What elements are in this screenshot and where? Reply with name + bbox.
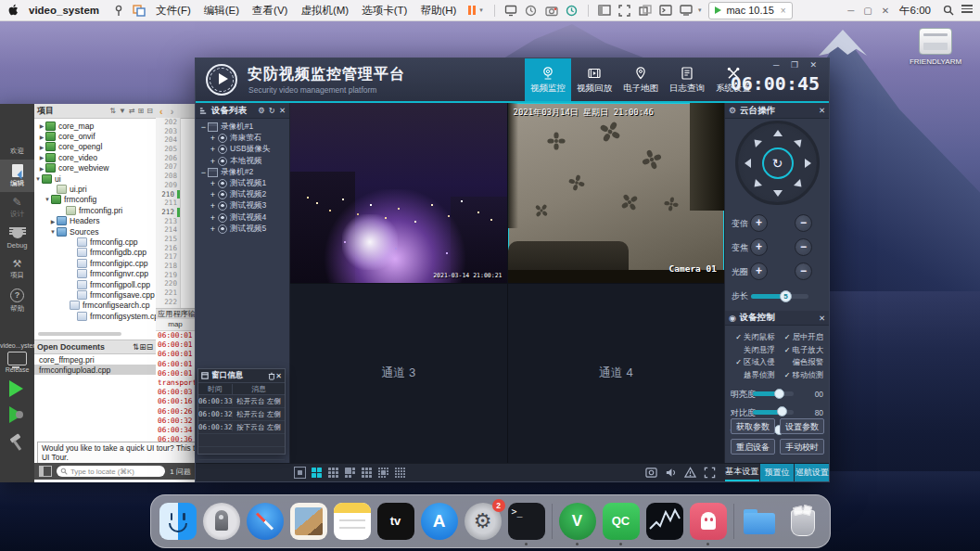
menubar-clock[interactable]: 午6:00 <box>899 4 931 18</box>
horizontal-scrollbar[interactable] <box>38 332 121 336</box>
nav-tab-map[interactable]: 电子地图 <box>617 58 664 101</box>
device-row[interactable]: +本地视频 <box>196 156 289 167</box>
qt-kit-selector[interactable]: video...ystem Release <box>0 342 34 373</box>
qt-mode-design[interactable]: ✎ 设计 <box>0 192 34 223</box>
split-add-icon[interactable]: ⊞ <box>139 342 146 352</box>
dock-qc-app[interactable]: QC <box>603 503 640 540</box>
menu-edit[interactable]: 编辑(E) <box>204 4 239 18</box>
external-display-icon[interactable] <box>679 3 694 18</box>
dock-finder[interactable] <box>159 503 197 540</box>
pin-icon[interactable] <box>111 3 126 18</box>
tree-row[interactable]: frmconfigpoll.cpp <box>34 279 156 289</box>
menu-view[interactable]: 查看(V) <box>252 4 287 18</box>
iris-plus-button[interactable]: + <box>750 263 768 280</box>
video-channel-4[interactable]: 通道 4 <box>508 284 725 464</box>
tree-row[interactable]: frmconfignvr.cpp <box>34 268 156 278</box>
close-icon[interactable]: ✕ <box>819 106 825 115</box>
console-icon[interactable] <box>658 3 673 18</box>
expander-icon[interactable]: ▼ <box>44 197 51 202</box>
alarm-warning-icon[interactable] <box>684 467 696 479</box>
dock-notes[interactable] <box>334 503 371 540</box>
expander-icon[interactable]: + <box>209 224 217 234</box>
dock-system-preferences[interactable]: ⚙2 <box>465 503 502 540</box>
filter-icon[interactable]: ▼ <box>119 107 126 115</box>
trash-icon[interactable] <box>268 372 275 380</box>
window-restore-icon[interactable]: ▢ <box>863 6 872 16</box>
tree-row[interactable]: ui.pri <box>34 184 156 194</box>
layout-8-icon[interactable] <box>344 467 356 479</box>
build-hammer-button[interactable] <box>8 434 25 451</box>
tree-row[interactable]: ▶core_video <box>34 152 156 162</box>
menu-file[interactable]: 文件(F) <box>156 4 191 18</box>
display-dropdown-caret[interactable]: ▾ <box>698 6 702 14</box>
dock-trash[interactable] <box>784 503 821 540</box>
device-row[interactable]: +测试视频5 <box>196 224 289 235</box>
debug-run-button[interactable] <box>9 406 23 423</box>
video-channel-1[interactable]: 2021-03-14 21:00:21 <box>290 103 507 283</box>
set-params-button[interactable]: 设置参数 <box>780 418 824 434</box>
device-row[interactable]: +USB摄像头 <box>196 144 289 155</box>
reboot-device-button[interactable]: 重启设备 <box>731 439 775 455</box>
refresh-icon[interactable]: ↻ <box>269 106 275 115</box>
vm-tab[interactable]: mac 10.15 × <box>708 2 792 19</box>
device-row[interactable]: +测试视频2 <box>196 189 289 200</box>
desktop-drive[interactable]: FRIENDLYARM <box>906 28 965 66</box>
unity-windows-icon[interactable] <box>638 3 653 18</box>
dock-ghost-app[interactable] <box>690 503 727 540</box>
device-row[interactable]: +测试视频3 <box>196 200 289 211</box>
expander-icon[interactable]: + <box>209 157 217 166</box>
tree-row[interactable]: ▶core_webview <box>34 163 156 173</box>
checkbox-center-on[interactable]: ✓居中开启 <box>778 331 827 344</box>
checkbox-area-intrusion[interactable]: ✓区域入侵 <box>729 356 778 369</box>
sort-icon[interactable]: ⇅ <box>109 107 116 115</box>
tree-row[interactable]: ▶core_map <box>34 121 156 131</box>
display-settings-icon[interactable] <box>503 3 518 18</box>
iris-minus-button[interactable]: − <box>795 263 812 280</box>
layout-1-icon[interactable] <box>294 467 306 479</box>
tree-row[interactable]: ▼Sources <box>34 226 156 237</box>
qt-mode-edit[interactable]: 编辑 <box>0 160 34 192</box>
nav-tab-playback[interactable]: 视频回放 <box>571 58 617 101</box>
checkbox-color-alarm[interactable]: ✓偏色报警 <box>778 356 827 369</box>
expander-icon[interactable]: ▶ <box>38 122 45 129</box>
ptz-arrow-up[interactable] <box>773 130 783 136</box>
fullscreen-icon[interactable] <box>617 3 632 18</box>
ptz-auto-scan-button[interactable]: ↻ <box>762 147 794 179</box>
expander-icon[interactable]: ▼ <box>34 176 42 182</box>
qt-mode-welcome[interactable]: 欢迎 <box>0 128 34 160</box>
forward-icon[interactable]: › <box>171 106 174 117</box>
tree-row[interactable]: ▼ui <box>34 173 156 184</box>
vm-pause-button[interactable]: ▾ <box>468 6 483 15</box>
tree-row[interactable]: ▶core_onvif <box>34 131 156 141</box>
expander-icon[interactable]: ▶ <box>38 154 45 160</box>
checkbox-motion-detect[interactable]: ✓移动侦测 <box>778 369 827 382</box>
open-document-item[interactable]: core_ffmpeg.pri <box>34 354 156 365</box>
snapshot-camera-icon[interactable] <box>544 3 559 18</box>
apple-menu-icon[interactable] <box>6 3 20 18</box>
tab-presets[interactable]: 预置位 <box>760 464 795 481</box>
ptz-arrow-downleft[interactable] <box>751 178 762 189</box>
app-window-controls[interactable]: ─ ❐ ✕ <box>773 60 821 70</box>
device-row[interactable]: −录像机#1 <box>196 122 289 133</box>
collapse-icon[interactable]: ⊟ <box>146 107 153 115</box>
open-document-item[interactable]: frmconfigupload.cpp <box>34 365 156 375</box>
tree-row[interactable]: frmconfigsearch.cp <box>34 301 156 311</box>
issues-count[interactable]: 1 问题 <box>170 467 191 477</box>
expander-icon[interactable]: ▶ <box>38 134 45 140</box>
dock-activity-monitor[interactable] <box>646 503 683 540</box>
volume-icon[interactable] <box>665 467 677 479</box>
checkbox-close-mouse[interactable]: ✓关闭鼠标 <box>729 331 778 344</box>
back-icon[interactable]: ‹ <box>159 106 163 117</box>
close-icon[interactable]: ✕ <box>275 372 282 380</box>
close-icon[interactable]: ✕ <box>819 314 825 323</box>
menu-help[interactable]: 帮助(H) <box>420 4 456 18</box>
dock-downloads-folder[interactable] <box>741 503 778 540</box>
device-row[interactable]: +测试视频1 <box>196 178 289 189</box>
nav-tab-logs[interactable]: 日志查询 <box>664 58 710 101</box>
sort-icon[interactable]: ⇅ <box>133 342 139 352</box>
layout-4-icon[interactable] <box>311 467 323 479</box>
ptz-arrow-left[interactable] <box>745 159 751 168</box>
expander-icon[interactable]: + <box>209 190 217 199</box>
run-button[interactable] <box>9 380 23 397</box>
vm-tab-close-icon[interactable]: × <box>781 6 786 16</box>
